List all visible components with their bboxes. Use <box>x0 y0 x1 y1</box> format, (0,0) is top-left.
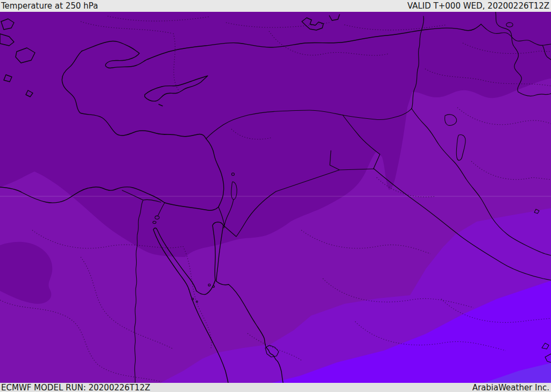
valid-time-label: VALID T+000 WED, 20200226T12Z <box>407 1 549 11</box>
temperature-map <box>0 12 551 383</box>
top-title-bar: Temperature at 250 hPa VALID T+000 WED, … <box>0 0 551 12</box>
credit-label: ArabiaWeather Inc. <box>472 383 549 392</box>
map-canvas <box>0 12 551 383</box>
map-title: Temperature at 250 hPa <box>1 1 98 11</box>
temp-band-1-west-blob <box>0 242 52 304</box>
model-run-label: ECMWF MODEL RUN: 20200226T12Z <box>1 383 150 392</box>
bottom-status-bar: ECMWF MODEL RUN: 20200226T12Z ArabiaWeat… <box>0 383 551 392</box>
weather-map-page: Temperature at 250 hPa VALID T+000 WED, … <box>0 0 551 392</box>
